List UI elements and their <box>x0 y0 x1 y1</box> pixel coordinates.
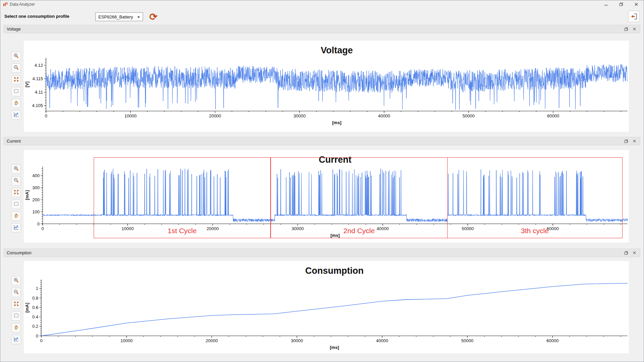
zoom-out-icon <box>13 177 19 184</box>
svg-text:30000: 30000 <box>292 226 304 231</box>
close-icon <box>633 251 636 255</box>
consumption-plot-toolbar <box>11 276 21 344</box>
pan-button[interactable] <box>11 99 21 108</box>
current-chart-svg: Current010000200003000040000500006000001… <box>24 150 629 243</box>
app-window: Data Analyzer Select one consumption pro… <box>0 0 644 362</box>
app-icon <box>3 2 8 7</box>
float-panel-icon <box>624 27 628 31</box>
zoom-in-button[interactable] <box>11 52 21 61</box>
curve-button[interactable] <box>11 223 21 232</box>
zoom-in-button[interactable] <box>11 164 21 174</box>
minimize-icon <box>604 2 608 6</box>
svg-text:0.6: 0.6 <box>32 305 38 310</box>
dock-float-button[interactable] <box>623 138 629 144</box>
titlebar: Data Analyzer <box>0 0 644 8</box>
svg-text:60000: 60000 <box>547 226 559 231</box>
minimize-button[interactable] <box>598 0 613 8</box>
dock-float-button[interactable] <box>623 250 629 256</box>
svg-text:300: 300 <box>32 185 40 190</box>
refresh-button[interactable]: ⟳ <box>147 10 160 23</box>
voltage-chart[interactable]: Voltage01000020000300004000050000600004.… <box>24 41 629 132</box>
consumption-dock-header: Consumption <box>4 249 640 257</box>
svg-text:0: 0 <box>41 226 44 231</box>
dock-title: Consumption <box>7 251 32 255</box>
dock-close-button[interactable] <box>631 250 637 256</box>
current-chart[interactable]: Current010000200003000040000500006000001… <box>24 150 629 243</box>
zoom-fit-button[interactable] <box>11 188 21 197</box>
pan-button[interactable] <box>11 211 21 221</box>
select-rect-button[interactable] <box>11 200 21 209</box>
arrow-into-panel-icon <box>630 13 638 20</box>
svg-text:10000: 10000 <box>121 338 133 343</box>
zoom-fit-button[interactable] <box>11 75 21 85</box>
svg-text:[mA]: [mA] <box>25 303 30 313</box>
curve-icon <box>13 112 19 118</box>
zoom-in-button[interactable] <box>11 276 21 286</box>
svg-text:[mA]: [mA] <box>25 190 30 200</box>
svg-text:20000: 20000 <box>206 226 219 231</box>
zoom-out-button[interactable] <box>11 176 21 186</box>
current-dock: Current Current0100002000030000400005000… <box>4 137 640 249</box>
close-button[interactable] <box>629 0 644 8</box>
dock-float-button[interactable] <box>623 26 629 32</box>
svg-text:200: 200 <box>32 197 40 202</box>
consumption-chart[interactable]: Consumption01000020000300004000050000600… <box>24 261 629 353</box>
profile-label: Select one consumption profile <box>4 14 70 19</box>
pan-button[interactable] <box>11 323 21 332</box>
voltage-dock: Voltage Voltage0100002000030000400005000… <box>4 25 640 134</box>
voltage-plot-toolbar <box>11 52 21 120</box>
zoom-fit-icon <box>13 301 19 308</box>
restore-icon <box>619 2 623 6</box>
svg-text:40000: 40000 <box>378 113 390 118</box>
svg-text:40000: 40000 <box>376 338 388 343</box>
float-panel-icon <box>624 139 628 143</box>
select-rect-button[interactable] <box>11 87 21 96</box>
zoom-in-icon <box>13 166 19 172</box>
svg-text:Current: Current <box>319 155 352 165</box>
consumption-chart-svg: Consumption01000020000300004000050000600… <box>24 261 629 353</box>
consumption-dock: Consumption Consumption01000020000300004… <box>4 249 640 354</box>
voltage-dock-header: Voltage <box>4 25 640 33</box>
chevron-down-icon <box>137 16 140 18</box>
svg-text:20000: 20000 <box>206 338 218 343</box>
profile-select-value: ESP8266_Battery <box>98 14 133 19</box>
svg-text:40000: 40000 <box>377 226 389 231</box>
svg-text:4.105: 4.105 <box>32 103 43 108</box>
zoom-fit-button[interactable] <box>11 300 21 309</box>
window-controls <box>598 0 644 8</box>
curve-button[interactable] <box>11 335 21 344</box>
svg-text:50000: 50000 <box>463 113 475 118</box>
restore-panel-button[interactable] <box>628 11 640 22</box>
restore-button[interactable] <box>613 0 629 8</box>
svg-text:[ms]: [ms] <box>332 120 341 125</box>
zoom-out-icon <box>13 65 19 71</box>
profile-select[interactable]: ESP8266_Battery <box>95 12 143 21</box>
select-rect-button[interactable] <box>11 311 21 321</box>
curve-button[interactable] <box>11 110 21 120</box>
svg-text:10000: 10000 <box>125 113 137 118</box>
zoom-out-button[interactable] <box>11 288 21 297</box>
dock-close-button[interactable] <box>631 26 637 32</box>
main-toolbar: Select one consumption profile ESP8266_B… <box>0 8 644 24</box>
dock-close-button[interactable] <box>631 138 637 144</box>
zoom-fit-icon <box>13 76 19 83</box>
current-dock-header: Current <box>4 137 640 145</box>
svg-text:4.12: 4.12 <box>35 63 43 68</box>
pan-icon <box>13 213 19 219</box>
svg-text:60000: 60000 <box>547 113 559 118</box>
svg-text:20000: 20000 <box>209 113 221 118</box>
svg-text:0.8: 0.8 <box>32 296 38 301</box>
svg-text:[ms]: [ms] <box>330 233 339 238</box>
svg-text:Consumption: Consumption <box>305 266 364 276</box>
float-panel-icon <box>624 251 628 255</box>
dock-title: Voltage <box>7 27 21 32</box>
select-rect-icon <box>13 313 19 319</box>
svg-text:4.11: 4.11 <box>35 90 43 95</box>
svg-text:50000: 50000 <box>461 338 473 343</box>
curve-icon <box>13 224 19 231</box>
zoom-in-icon <box>13 277 19 284</box>
zoom-out-button[interactable] <box>11 63 21 73</box>
current-plot-toolbar <box>11 164 21 232</box>
pan-icon <box>13 100 19 107</box>
svg-text:30000: 30000 <box>291 338 303 343</box>
